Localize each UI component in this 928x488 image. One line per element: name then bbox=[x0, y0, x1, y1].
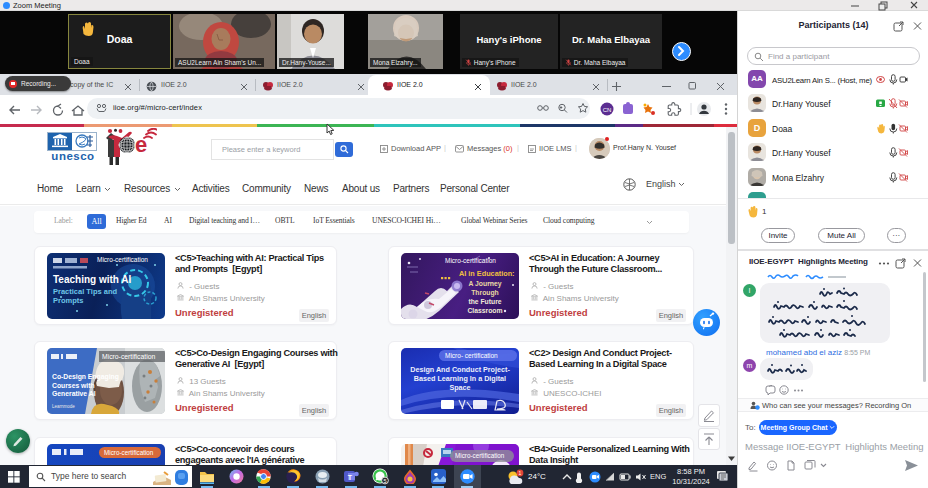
svg-text:T: T bbox=[348, 474, 353, 481]
svg-text:1: 1 bbox=[519, 470, 522, 476]
svg-text:5: 5 bbox=[383, 478, 386, 484]
svg-text:CN: CN bbox=[603, 107, 612, 113]
svg-text:e: e bbox=[135, 132, 147, 157]
